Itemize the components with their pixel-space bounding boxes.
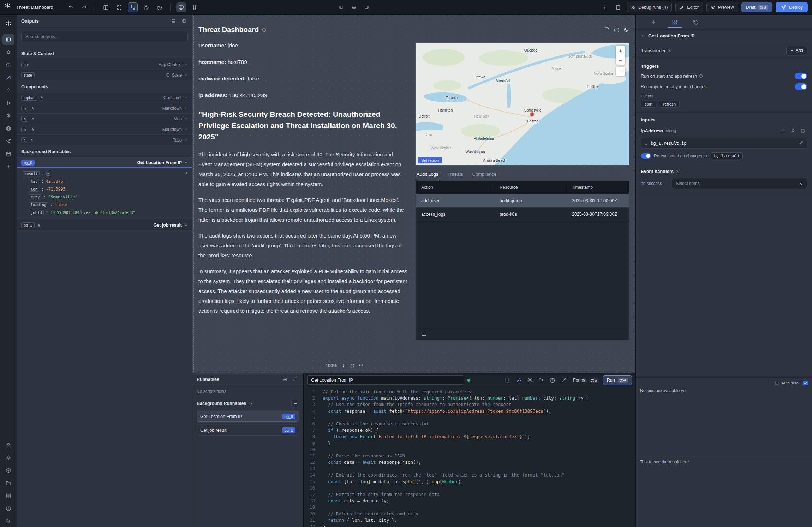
rail-settings-icon[interactable]	[2, 452, 14, 463]
rail-add-icon[interactable]	[2, 161, 14, 172]
run-on-start-toggle[interactable]	[795, 73, 807, 79]
code-lines[interactable]: 1// Define the main function with the re…	[304, 387, 635, 527]
script-name-input[interactable]	[307, 375, 464, 385]
runnable-item-bg0[interactable]: Get Location From IP bg_0	[197, 411, 299, 422]
toggle-bottom-panel-button[interactable]	[349, 2, 359, 12]
toggle-left-panel-button[interactable]	[336, 2, 346, 12]
dock-panel-button[interactable]	[169, 17, 177, 25]
rail-runs-icon[interactable]	[2, 97, 14, 109]
runnable-item-bg1[interactable]: Get job result bg_1	[197, 425, 299, 436]
rail-logout-icon[interactable]	[2, 516, 14, 527]
column-resource[interactable]: Resource	[494, 184, 566, 191]
run-button[interactable]: Run⌘↵	[603, 375, 632, 385]
component-row[interactable]: a Map	[17, 113, 192, 124]
map-component[interactable]: QuébecNew BrunswickMaineNova ScotiaHalif…	[415, 42, 629, 166]
tree-root-row[interactable]: result: −	[23, 170, 188, 178]
input-expression-editor[interactable]: 1 bg_1.result.ip	[641, 138, 807, 149]
add-bg-runnable-button[interactable]	[291, 400, 299, 407]
docs-button[interactable]	[613, 2, 623, 12]
rail-help-icon[interactable]	[2, 503, 14, 514]
expand-runnables-button[interactable]	[291, 376, 299, 383]
library-button[interactable]	[502, 375, 512, 385]
map-zoom-in-button[interactable]: +	[616, 46, 625, 55]
reeval-toggle[interactable]	[641, 153, 651, 159]
desktop-view-button[interactable]	[176, 2, 186, 12]
undo-button[interactable]	[66, 2, 76, 12]
zoom-in-button[interactable]	[341, 364, 346, 368]
collapse-panel-button[interactable]	[180, 17, 188, 25]
tab-compliance[interactable]: Compliance	[472, 172, 497, 180]
recompute-toggle[interactable]	[795, 83, 807, 90]
rail-apps-icon[interactable]	[2, 34, 14, 45]
dock-runnables-button[interactable]	[281, 376, 288, 383]
column-action[interactable]: Action	[416, 184, 494, 191]
tab-threats[interactable]: Threats	[447, 172, 463, 180]
random-value-button[interactable]	[799, 126, 807, 135]
on-success-select[interactable]: Select items	[672, 178, 807, 189]
insert-tab[interactable]	[646, 17, 661, 28]
component-row[interactable]: h Markdown	[17, 103, 192, 113]
format-button[interactable]: Format⌘S	[570, 375, 602, 385]
table-row[interactable]: access_logs prod-k8s 2025-03-30T17:03:00…	[416, 208, 629, 221]
rail-search-icon[interactable]	[2, 59, 14, 71]
toggle-right-panel-button[interactable]	[362, 2, 371, 12]
add-transformer-button[interactable]: Add	[786, 46, 807, 55]
rail-home-icon[interactable]	[2, 85, 14, 96]
ai-assistant-button[interactable]	[514, 375, 524, 385]
rail-workers-icon[interactable]	[2, 465, 14, 476]
editor-button[interactable]: Editor	[675, 2, 703, 12]
search-outputs-input[interactable]	[21, 31, 188, 42]
zoom-out-button[interactable]	[317, 364, 321, 368]
rail-account-icon[interactable]	[2, 439, 14, 451]
diff-view-button[interactable]	[536, 375, 546, 385]
fit-view-button[interactable]	[114, 2, 124, 12]
rail-variables-icon[interactable]	[2, 110, 14, 121]
draft-button[interactable]: Draft⌘S	[741, 2, 772, 12]
component-row[interactable]: f Tabs	[17, 134, 192, 145]
set-region-button[interactable]: Set region	[418, 157, 442, 163]
history-button[interactable]	[548, 375, 557, 385]
rail-triggers-icon[interactable]	[2, 136, 14, 147]
component-row[interactable]: b Markdown	[17, 124, 192, 134]
redo-button[interactable]	[79, 2, 89, 12]
preview-button[interactable]: Preview	[706, 2, 738, 12]
rail-resources-icon[interactable]	[2, 123, 14, 134]
reset-zoom-button[interactable]	[359, 364, 363, 368]
styling-tab[interactable]	[689, 17, 703, 28]
tab-audit-logs[interactable]: Audit Logs	[417, 172, 438, 180]
deploy-button[interactable]: Deploy	[776, 2, 808, 12]
autoscroll-checkbox[interactable]	[803, 381, 808, 385]
collapse-node-icon[interactable]: −	[46, 172, 50, 176]
fit-canvas-button[interactable]	[350, 364, 354, 368]
diff-button[interactable]	[128, 2, 138, 12]
table-row[interactable]: add_user audit-group 2025-03-30T17:00:00…	[416, 194, 629, 208]
column-timestamp[interactable]: Timestamp	[566, 184, 629, 191]
clear-selection-icon[interactable]	[799, 181, 803, 186]
rail-folders-icon[interactable]	[2, 478, 14, 489]
rail-apps-grid-icon[interactable]	[2, 490, 14, 502]
editor-settings-button[interactable]	[525, 375, 535, 385]
rail-favorites-icon[interactable]	[2, 47, 14, 58]
app-canvas[interactable]: Threat Dashboard (2) username jdoe	[192, 15, 635, 373]
debug-runs-button[interactable]: Debug runs (4)	[627, 2, 672, 12]
toggle-columns-button[interactable]	[101, 2, 111, 12]
expand-editor-button[interactable]	[559, 375, 569, 385]
bg0-output-row[interactable]: bg_0 Get Location From IP	[17, 157, 192, 168]
download-table-button[interactable]	[420, 330, 428, 338]
rail-ai-icon[interactable]	[2, 72, 14, 83]
search-node-icon[interactable]	[184, 171, 188, 175]
history-button[interactable]	[155, 2, 165, 12]
edit-input-button[interactable]	[779, 126, 787, 135]
mobile-view-button[interactable]	[190, 2, 199, 12]
rail-schedules-icon[interactable]	[2, 148, 14, 160]
theme-moon-icon[interactable]	[623, 27, 629, 32]
bg1-output-row[interactable]: bg_1 Get job result	[17, 220, 192, 230]
map-zoom-out-button[interactable]: −	[616, 55, 625, 65]
connect-input-button[interactable]	[789, 126, 797, 135]
component-row[interactable]: topbar Container	[17, 92, 192, 103]
recompute-icon[interactable]	[604, 27, 610, 32]
expand-expression-icon[interactable]	[799, 141, 803, 145]
settings-tab[interactable]	[668, 17, 682, 28]
more-menu-button[interactable]	[600, 2, 610, 12]
output-row-ctx[interactable]: ctx App Context	[17, 59, 192, 70]
